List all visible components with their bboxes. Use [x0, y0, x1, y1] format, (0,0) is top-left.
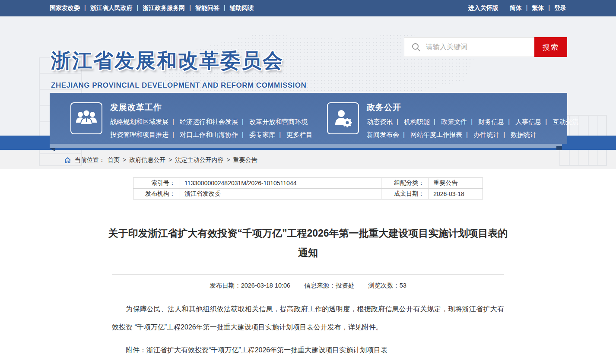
nav-link-agency-functions[interactable]: 机构职能	[404, 118, 439, 125]
nav-row: 战略规划和区域发展 经济运行和社会发展 改革开放和营商环境	[110, 118, 312, 126]
nav-heading-gov-disclosure[interactable]: 政务公开	[367, 102, 578, 113]
nav-link-press-conference[interactable]: 新闻发布会	[367, 131, 409, 138]
site-title: 浙江省发展和改革委员会	[51, 47, 306, 74]
article-meta: 发布日期：2026-03-18 10:06 信息来源：投资处 浏览次数：53	[0, 282, 616, 290]
category-value: 重要公告	[429, 178, 483, 189]
nav-link-counterpart-cooperation[interactable]: 对口工作和山海协作	[180, 131, 248, 138]
site-brand: 浙江省发展和改革委员会 ZHEJIANG PROVINCIAL DEVELOPM…	[51, 47, 306, 90]
primary-nav-band: 发展改革工作 战略规划和区域发展 经济运行和社会发展 改革开放和营商环境 投资管…	[50, 93, 567, 144]
nav-section-text: 政务公开 动态资讯 机构职能 政策文件 财务信息 人事信息 互动交流 新闻发布会…	[367, 102, 578, 144]
issuing-agency-value: 浙江省发改委	[180, 189, 381, 199]
topbar-link-care-version[interactable]: 进入关怀版	[468, 4, 499, 12]
nav-link-strategic-planning[interactable]: 战略规划和区域发展	[110, 118, 178, 125]
nav-section-gov-disclosure: 政务公开 动态资讯 机构职能 政策文件 财务信息 人事信息 互动交流 新闻发布会…	[306, 93, 578, 144]
nav-link-reform-business-env[interactable]: 改革开放和营商环境	[249, 118, 308, 125]
breadcrumb-important-notice[interactable]: 重要公告	[233, 156, 257, 164]
table-row: 索引号： 11330000002482031M/2026-1010511044 …	[133, 178, 483, 189]
view-count-label: 浏览次数：	[368, 282, 400, 289]
search-button[interactable]: 搜索	[534, 37, 567, 57]
breadcrumb: 当前位置： 首页 政府信息公开 法定主动公开内容 重要公告	[0, 151, 616, 169]
info-source-value: 投资处	[336, 282, 355, 289]
attachment-link[interactable]: 浙江省扩大有效投资“千项万亿”工程2026年第一批重大建设项目实施计划项目表	[146, 346, 387, 354]
nav-band-fold-right	[556, 146, 562, 150]
category-label: 组配分类：	[381, 178, 429, 189]
issue-date-label: 成文日期：	[381, 189, 429, 199]
view-count-value: 53	[400, 282, 406, 289]
breadcrumb-home[interactable]: 首页	[108, 156, 129, 164]
topbar-link-traditional[interactable]: 繁体	[532, 4, 554, 12]
topbar-link-login[interactable]: 登录	[554, 4, 566, 12]
publish-date: 发布日期：2026-03-18 10:06	[210, 282, 290, 289]
topbar-link-zj-gov[interactable]: 浙江省人民政府	[90, 4, 143, 12]
index-number-label: 索引号：	[133, 178, 180, 189]
nav-link-policy-documents[interactable]: 政策文件	[441, 118, 476, 125]
nav-link-interaction[interactable]: 互动交流	[552, 118, 578, 125]
publish-date-label: 发布日期：	[210, 282, 241, 289]
topbar-link-zj-service[interactable]: 浙江政务服务网	[143, 4, 195, 12]
issue-date-value: 2026-03-18	[429, 189, 483, 199]
title-divider	[112, 274, 504, 275]
info-source-label: 信息来源：	[304, 282, 336, 289]
view-count: 浏览次数：53	[368, 282, 406, 289]
doc-info-table: 索引号： 11330000002482031M/2026-1010511044 …	[133, 177, 483, 199]
attachment-line: 附件：浙江省扩大有效投资“千项万亿”工程2026年第一批重大建设项目实施计划项目…	[112, 346, 504, 355]
info-source: 信息来源：投资处	[304, 282, 354, 289]
publish-date-value: 2026-03-18 10:06	[241, 282, 291, 289]
nav-row: 新闻发布会 网站年度工作报表 办件统计 数据统计	[367, 131, 578, 139]
people-group-icon	[70, 102, 102, 134]
site-header: 浙江省发展和改革委员会 ZHEJIANG PROVINCIAL DEVELOPM…	[0, 16, 616, 151]
index-number-value: 11330000002482031M/2026-1010511044	[180, 178, 381, 189]
nav-link-expert-library[interactable]: 委专家库	[249, 131, 285, 138]
topbar-link-assist-read[interactable]: 辅助阅读	[230, 4, 254, 12]
topbar-link-simplified[interactable]: 简体	[510, 4, 532, 12]
topbar-link-ndrc[interactable]: 国家发改委	[50, 4, 90, 12]
nav-heading-development-reform[interactable]: 发展改革工作	[110, 102, 312, 113]
article-paragraph: 为保障公民、法人和其他组织依法获取相关信息，提高政府工作的透明度，根据政府信息公…	[112, 300, 504, 337]
search-icon	[411, 42, 421, 52]
user-gear-icon	[327, 102, 359, 134]
search-input[interactable]	[426, 43, 534, 51]
site-search: 搜索	[404, 37, 567, 57]
nav-link-data-statistics[interactable]: 数据统计	[511, 131, 537, 138]
nav-band-fold-left	[50, 148, 55, 152]
top-utility-bar: 国家发改委 浙江省人民政府 浙江政务服务网 智能问答 辅助阅读 进入关怀版 简体…	[0, 0, 616, 16]
article-title: 关于印发浙江省扩大有效投资“千项万亿”工程2026年第一批重大建设项目实施计划项…	[105, 224, 511, 263]
topbar-right-links: 进入关怀版 简体 繁体 登录	[468, 4, 566, 12]
breadcrumb-statutory-disclosure[interactable]: 法定主动公开内容	[175, 156, 233, 164]
nav-row: 动态资讯 机构职能 政策文件 财务信息 人事信息 互动交流	[367, 118, 578, 126]
issuing-agency-label: 发布机构：	[133, 189, 180, 199]
nav-band-shadow	[50, 144, 562, 148]
breadcrumb-prefix: 当前位置：	[75, 156, 105, 164]
nav-section-text: 发展改革工作 战略规划和区域发展 经济运行和社会发展 改革开放和营商环境 投资管…	[110, 102, 312, 144]
nav-link-personnel-info[interactable]: 人事信息	[515, 118, 551, 125]
nav-link-news-info[interactable]: 动态资讯	[367, 118, 402, 125]
attachment-label: 附件：	[126, 346, 146, 354]
nav-link-investment-management[interactable]: 投资管理和项目推进	[110, 131, 178, 138]
table-row: 发布机构： 浙江省发改委 成文日期： 2026-03-18	[133, 189, 483, 199]
nav-link-annual-report[interactable]: 网站年度工作报表	[410, 131, 472, 138]
home-icon[interactable]	[64, 157, 71, 164]
site-subtitle: ZHEJIANG PROVINCIAL DEVELOPMENT AND REFO…	[51, 81, 306, 90]
nav-section-development-reform: 发展改革工作 战略规划和区域发展 经济运行和社会发展 改革开放和营商环境 投资管…	[50, 93, 306, 144]
nav-row: 投资管理和项目推进 对口工作和山海协作 委专家库 更多栏目	[110, 131, 312, 139]
nav-link-economic-operation[interactable]: 经济运行和社会发展	[180, 118, 248, 125]
nav-link-case-statistics[interactable]: 办件统计	[473, 131, 509, 138]
breadcrumb-gov-info[interactable]: 政府信息公开	[129, 156, 175, 164]
topbar-link-smart-qa[interactable]: 智能问答	[195, 4, 230, 12]
document-main: 索引号： 11330000002482031M/2026-1010511044 …	[0, 177, 616, 355]
topbar-left-links: 国家发改委 浙江省人民政府 浙江政务服务网 智能问答 辅助阅读	[50, 4, 254, 12]
nav-link-financial-info[interactable]: 财务信息	[478, 118, 514, 125]
